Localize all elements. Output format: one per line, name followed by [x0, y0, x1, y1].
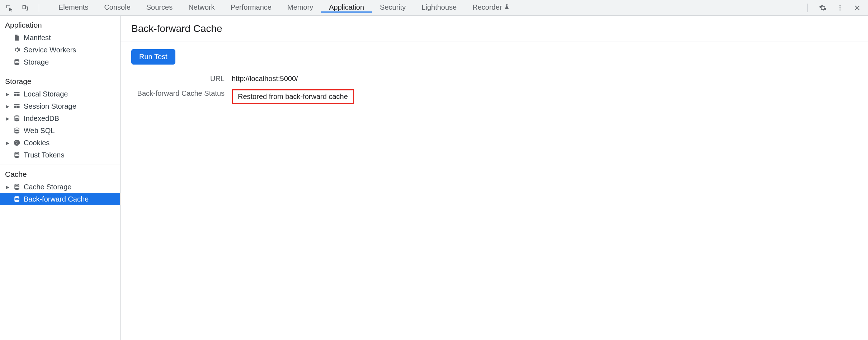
application-sidebar: Application▸Manifest▸Service Workers▸Sto… [0, 16, 121, 340]
sidebar-item-label: Web SQL [24, 127, 55, 135]
tab-memory[interactable]: Memory [279, 3, 321, 13]
sidebar-item-storage[interactable]: ▸Storage [0, 56, 120, 68]
tab-network[interactable]: Network [180, 3, 222, 13]
sidebar-item-session-storage[interactable]: ▸Session Storage [0, 100, 120, 112]
sidebar-group-storage: Storage [0, 72, 120, 88]
sidebar-group-cache: Cache [0, 165, 120, 181]
toolbar-separator [807, 4, 808, 12]
run-test-button[interactable]: Run Test [131, 49, 175, 65]
status-value: Restored from back-forward cache [232, 89, 857, 104]
cookie-icon [13, 139, 21, 147]
close-icon[interactable] [852, 3, 862, 13]
tab-recorder[interactable]: Recorder [464, 3, 518, 13]
db-icon [13, 151, 21, 159]
gear-icon [13, 46, 21, 54]
sidebar-item-label: Cache Storage [24, 183, 71, 191]
sidebar-item-label: Trust Tokens [24, 151, 64, 159]
sidebar-item-indexeddb[interactable]: ▸IndexedDB [0, 112, 120, 124]
sidebar-item-label: Storage [24, 58, 49, 66]
svg-point-1 [839, 7, 840, 8]
db-icon [13, 58, 21, 66]
device-toggle-icon[interactable] [20, 3, 30, 13]
sidebar-item-back-forward-cache[interactable]: ▸Back-forward Cache [0, 193, 120, 205]
sidebar-item-cookies[interactable]: ▸Cookies [0, 137, 120, 149]
tab-elements[interactable]: Elements [51, 3, 96, 13]
tab-lighthouse[interactable]: Lighthouse [414, 3, 464, 13]
toolbar-left: ElementsConsoleSourcesNetworkPerformance… [3, 3, 518, 13]
sidebar-item-label: Session Storage [24, 102, 76, 110]
file-icon [13, 34, 21, 42]
svg-point-0 [839, 5, 840, 6]
status-label: Back-forward Cache Status [131, 89, 225, 98]
url-label: URL [131, 75, 225, 83]
sidebar-item-label: IndexedDB [24, 114, 59, 123]
tab-console[interactable]: Console [96, 3, 138, 13]
tab-application[interactable]: Application [321, 3, 372, 13]
more-icon[interactable] [835, 3, 845, 13]
inspect-icon[interactable] [4, 3, 14, 13]
db-icon [13, 195, 21, 203]
gear-icon[interactable] [818, 3, 828, 13]
db-icon [13, 114, 21, 122]
main-header: Back-forward Cache [121, 16, 868, 42]
sidebar-item-label: Local Storage [24, 90, 68, 98]
table-icon [13, 90, 21, 98]
tab-strip: ElementsConsoleSourcesNetworkPerformance… [51, 3, 518, 13]
status-highlight: Restored from back-forward cache [232, 89, 354, 104]
sidebar-item-service-workers[interactable]: ▸Service Workers [0, 44, 120, 56]
divider [0, 209, 120, 209]
sidebar-item-cache-storage[interactable]: ▸Cache Storage [0, 181, 120, 193]
body: Application▸Manifest▸Service Workers▸Sto… [0, 16, 868, 340]
kv-grid: URL http://localhost:5000/ Back-forward … [131, 75, 857, 104]
devtools-toolbar: ElementsConsoleSourcesNetworkPerformance… [0, 0, 868, 16]
chevron-right-icon[interactable]: ▸ [5, 183, 10, 191]
sidebar-item-label: Manifest [24, 34, 51, 42]
sidebar-group-application: Application [0, 16, 120, 32]
chevron-right-icon[interactable]: ▸ [5, 102, 10, 110]
sidebar-item-label: Back-forward Cache [24, 195, 89, 203]
sidebar-item-local-storage[interactable]: ▸Local Storage [0, 88, 120, 100]
tab-sources[interactable]: Sources [138, 3, 180, 13]
beaker-icon [504, 3, 510, 11]
sidebar-item-label: Service Workers [24, 46, 76, 54]
chevron-right-icon[interactable]: ▸ [5, 138, 10, 147]
db-icon [13, 127, 21, 134]
chevron-right-icon[interactable]: ▸ [5, 114, 10, 123]
url-value: http://localhost:5000/ [232, 75, 857, 83]
toolbar-separator [39, 4, 39, 12]
svg-point-2 [839, 9, 840, 10]
db-icon [13, 183, 21, 191]
main-panel: Back-forward Cache Run Test URL http://l… [121, 16, 868, 340]
toolbar-right [805, 3, 865, 13]
sidebar-item-web-sql[interactable]: ▸Web SQL [0, 124, 120, 137]
main-body: Run Test URL http://localhost:5000/ Back… [121, 42, 868, 111]
sidebar-item-manifest[interactable]: ▸Manifest [0, 32, 120, 44]
tab-performance[interactable]: Performance [223, 3, 280, 13]
table-icon [13, 102, 21, 110]
chevron-right-icon[interactable]: ▸ [5, 90, 10, 98]
sidebar-item-label: Cookies [24, 139, 49, 147]
tab-security[interactable]: Security [372, 3, 414, 13]
page-title: Back-forward Cache [131, 23, 857, 34]
sidebar-item-trust-tokens[interactable]: ▸Trust Tokens [0, 149, 120, 161]
